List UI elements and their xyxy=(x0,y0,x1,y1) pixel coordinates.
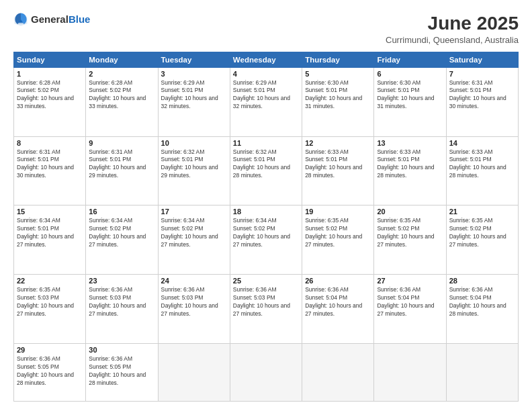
daylight-text: Daylight: 10 hours and xyxy=(161,164,227,172)
sunset-text: Sunset: 5:02 PM xyxy=(17,87,83,95)
sunset-text: Sunset: 5:01 PM xyxy=(17,225,83,233)
weekday-header-saturday: Saturday xyxy=(446,52,518,67)
week-row-1: 1Sunrise: 6:28 AMSunset: 5:02 PMDaylight… xyxy=(14,67,519,136)
daylight-text-cont: 31 minutes. xyxy=(377,103,443,111)
calendar-cell: 20Sunrise: 6:35 AMSunset: 5:02 PMDayligh… xyxy=(374,205,446,275)
day-number: 1 xyxy=(17,70,83,78)
weekday-header-wednesday: Wednesday xyxy=(230,52,302,67)
day-info: Sunrise: 6:31 AMSunset: 5:01 PMDaylight:… xyxy=(17,148,83,181)
day-number: 17 xyxy=(161,208,227,216)
calendar-cell: 15Sunrise: 6:34 AMSunset: 5:01 PMDayligh… xyxy=(14,205,86,275)
sunset-text: Sunset: 5:04 PM xyxy=(305,294,371,302)
day-number: 11 xyxy=(233,139,299,147)
sunrise-text: Sunrise: 6:28 AM xyxy=(17,79,83,87)
sunset-text: Sunset: 5:02 PM xyxy=(89,87,154,95)
calendar-cell: 9Sunrise: 6:31 AMSunset: 5:01 PMDaylight… xyxy=(86,136,158,205)
sunrise-text: Sunrise: 6:32 AM xyxy=(233,148,299,156)
day-number: 22 xyxy=(17,277,83,285)
daylight-text-cont: 32 minutes. xyxy=(233,103,299,111)
daylight-text: Daylight: 10 hours and xyxy=(89,371,154,379)
sunset-text: Sunset: 5:02 PM xyxy=(89,225,154,233)
day-number: 27 xyxy=(377,277,443,285)
day-info: Sunrise: 6:28 AMSunset: 5:02 PMDaylight:… xyxy=(17,79,83,111)
day-info: Sunrise: 6:28 AMSunset: 5:02 PMDaylight:… xyxy=(89,79,154,111)
day-info: Sunrise: 6:30 AMSunset: 5:01 PMDaylight:… xyxy=(377,79,443,111)
sunrise-text: Sunrise: 6:29 AM xyxy=(161,79,227,87)
sunrise-text: Sunrise: 6:34 AM xyxy=(161,217,227,225)
sunset-text: Sunset: 5:02 PM xyxy=(449,225,515,233)
sunset-text: Sunset: 5:05 PM xyxy=(17,363,83,371)
calendar-cell: 28Sunrise: 6:36 AMSunset: 5:04 PMDayligh… xyxy=(446,275,518,344)
daylight-text: Daylight: 10 hours and xyxy=(305,164,371,172)
sunset-text: Sunset: 5:02 PM xyxy=(305,225,371,233)
daylight-text: Daylight: 10 hours and xyxy=(161,302,227,310)
daylight-text-cont: 33 minutes. xyxy=(17,103,83,111)
calendar-cell: 1Sunrise: 6:28 AMSunset: 5:02 PMDaylight… xyxy=(14,67,86,136)
daylight-text: Daylight: 10 hours and xyxy=(305,302,371,310)
day-info: Sunrise: 6:36 AMSunset: 5:04 PMDaylight:… xyxy=(377,286,443,318)
weekday-header-tuesday: Tuesday xyxy=(158,52,230,67)
day-info: Sunrise: 6:36 AMSunset: 5:04 PMDaylight:… xyxy=(449,286,515,318)
daylight-text-cont: 28 minutes. xyxy=(17,379,83,387)
daylight-text: Daylight: 10 hours and xyxy=(305,233,371,241)
logo-blue: Blue xyxy=(69,13,91,25)
daylight-text: Daylight: 10 hours and xyxy=(17,95,83,103)
daylight-text-cont: 28 minutes. xyxy=(89,379,154,387)
daylight-text-cont: 27 minutes. xyxy=(233,241,299,249)
sunrise-text: Sunrise: 6:28 AM xyxy=(89,79,154,87)
sunrise-text: Sunrise: 6:34 AM xyxy=(89,217,154,225)
day-info: Sunrise: 6:33 AMSunset: 5:01 PMDaylight:… xyxy=(449,148,515,181)
daylight-text-cont: 28 minutes. xyxy=(305,172,371,180)
daylight-text-cont: 27 minutes. xyxy=(161,310,227,318)
day-info: Sunrise: 6:34 AMSunset: 5:01 PMDaylight:… xyxy=(17,217,83,249)
sunset-text: Sunset: 5:01 PM xyxy=(233,156,299,164)
sunset-text: Sunset: 5:03 PM xyxy=(89,294,154,302)
calendar-cell: 24Sunrise: 6:36 AMSunset: 5:03 PMDayligh… xyxy=(158,275,230,344)
week-row-4: 22Sunrise: 6:35 AMSunset: 5:03 PMDayligh… xyxy=(14,275,519,344)
sunrise-text: Sunrise: 6:35 AM xyxy=(449,217,515,225)
sunrise-text: Sunrise: 6:35 AM xyxy=(17,286,83,294)
location-title: Currimundi, Queensland, Australia xyxy=(386,35,519,45)
sunrise-text: Sunrise: 6:35 AM xyxy=(377,217,443,225)
sunset-text: Sunset: 5:01 PM xyxy=(161,87,227,95)
daylight-text-cont: 32 minutes. xyxy=(161,103,227,111)
daylight-text-cont: 27 minutes. xyxy=(17,310,83,318)
day-number: 4 xyxy=(233,70,299,78)
day-number: 5 xyxy=(305,70,371,78)
day-number: 9 xyxy=(89,139,154,147)
daylight-text: Daylight: 10 hours and xyxy=(89,95,154,103)
sunset-text: Sunset: 5:02 PM xyxy=(233,225,299,233)
daylight-text-cont: 27 minutes. xyxy=(89,241,154,249)
calendar-cell: 19Sunrise: 6:35 AMSunset: 5:02 PMDayligh… xyxy=(302,205,374,275)
daylight-text: Daylight: 10 hours and xyxy=(161,233,227,241)
day-number: 21 xyxy=(449,208,515,216)
calendar-cell xyxy=(446,344,518,402)
day-info: Sunrise: 6:29 AMSunset: 5:01 PMDaylight:… xyxy=(161,79,227,111)
day-info: Sunrise: 6:30 AMSunset: 5:01 PMDaylight:… xyxy=(305,79,371,111)
daylight-text: Daylight: 10 hours and xyxy=(89,233,154,241)
day-number: 29 xyxy=(17,346,83,354)
calendar-cell: 8Sunrise: 6:31 AMSunset: 5:01 PMDaylight… xyxy=(14,136,86,205)
day-info: Sunrise: 6:34 AMSunset: 5:02 PMDaylight:… xyxy=(89,217,154,249)
calendar-cell: 30Sunrise: 6:36 AMSunset: 5:05 PMDayligh… xyxy=(86,344,158,402)
sunrise-text: Sunrise: 6:36 AM xyxy=(89,355,154,363)
daylight-text-cont: 30 minutes. xyxy=(449,103,515,111)
sunrise-text: Sunrise: 6:36 AM xyxy=(17,355,83,363)
calendar-cell: 12Sunrise: 6:33 AMSunset: 5:01 PMDayligh… xyxy=(302,136,374,205)
daylight-text-cont: 33 minutes. xyxy=(89,103,154,111)
daylight-text: Daylight: 10 hours and xyxy=(377,233,443,241)
daylight-text: Daylight: 10 hours and xyxy=(89,164,154,172)
daylight-text: Daylight: 10 hours and xyxy=(449,164,515,172)
daylight-text: Daylight: 10 hours and xyxy=(377,95,443,103)
sunset-text: Sunset: 5:01 PM xyxy=(377,156,443,164)
sunset-text: Sunset: 5:01 PM xyxy=(377,87,443,95)
calendar-cell: 5Sunrise: 6:30 AMSunset: 5:01 PMDaylight… xyxy=(302,67,374,136)
calendar-cell: 23Sunrise: 6:36 AMSunset: 5:03 PMDayligh… xyxy=(86,275,158,344)
day-info: Sunrise: 6:35 AMSunset: 5:03 PMDaylight:… xyxy=(17,286,83,318)
weekday-header-monday: Monday xyxy=(86,52,158,67)
day-info: Sunrise: 6:34 AMSunset: 5:02 PMDaylight:… xyxy=(161,217,227,249)
sunrise-text: Sunrise: 6:32 AM xyxy=(161,148,227,156)
calendar-cell: 4Sunrise: 6:29 AMSunset: 5:01 PMDaylight… xyxy=(230,67,302,136)
daylight-text-cont: 27 minutes. xyxy=(377,310,443,318)
day-info: Sunrise: 6:29 AMSunset: 5:01 PMDaylight:… xyxy=(233,79,299,111)
